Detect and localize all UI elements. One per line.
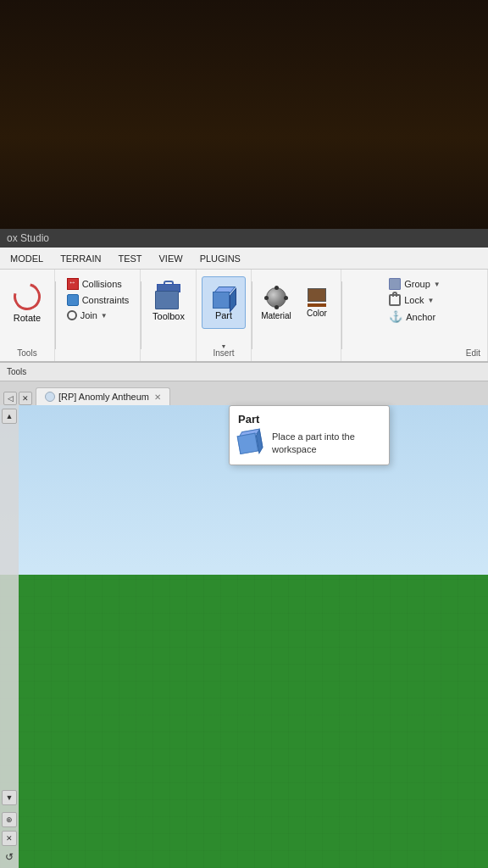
- group-button[interactable]: Group ▼: [384, 276, 446, 292]
- tooltip-popup: Part Place a part into the workspace: [229, 405, 390, 465]
- color-button[interactable]: Color: [298, 280, 336, 326]
- tooltip-cube-icon: [238, 431, 265, 458]
- menu-test[interactable]: TEST: [111, 251, 148, 266]
- toolbox-button[interactable]: Toolbox: [147, 276, 191, 329]
- menu-view[interactable]: VIEW: [152, 251, 190, 266]
- menu-terrain[interactable]: TERRAIN: [53, 251, 108, 266]
- ribbon-section-collisions: Collisions Constraints Join ▼: [56, 270, 141, 361]
- lock-icon: [389, 294, 401, 306]
- tools-label: Tools: [7, 367, 26, 376]
- group-caret: ▼: [434, 281, 441, 288]
- toolbox-icon: [155, 284, 182, 309]
- scroll-up-btn[interactable]: ▲: [2, 409, 17, 424]
- material-button[interactable]: Material: [258, 280, 295, 326]
- viewport: ▲ ▼ ⊕ ✕ ↺: [0, 405, 488, 868]
- top-dark-area: [0, 0, 488, 229]
- group-icon: [389, 278, 401, 290]
- anchor-icon: ⚓: [389, 310, 402, 323]
- material-btn-wrap: Material: [258, 276, 295, 326]
- ribbon-section-material: Material Color: [252, 270, 341, 361]
- tab-back-button[interactable]: ◁: [3, 392, 17, 405]
- ribbon-section-toolbox: Toolbox: [141, 270, 197, 361]
- left-ctrl-1[interactable]: ⊕: [2, 812, 17, 827]
- collisions-group: Collisions Constraints Join ▼: [64, 276, 133, 322]
- rotate-label: Rotate: [14, 313, 41, 323]
- ribbon-section-part: Part Insert ▼: [197, 270, 252, 361]
- tooltip-title: Part: [238, 413, 380, 426]
- menu-bar: MODEL TERRAIN TEST VIEW PLUGINS: [0, 248, 488, 270]
- group-label: Group: [404, 279, 430, 289]
- edit-section-label: Edit: [466, 348, 480, 358]
- left-ctrl-3[interactable]: ↺: [2, 849, 17, 865]
- left-panel-controls: ⊕ ✕ ↺: [2, 812, 17, 865]
- app-title: ox Studio: [7, 232, 49, 244]
- constraints-label: Constraints: [82, 295, 130, 305]
- tab-controls-left: ◁ ✕: [0, 392, 36, 405]
- menu-model[interactable]: MODEL: [3, 251, 50, 266]
- constraints-button[interactable]: Constraints: [64, 292, 133, 308]
- part-button[interactable]: Part: [202, 276, 246, 329]
- tooltip-cube-3d: [236, 429, 262, 454]
- left-ctrl-2[interactable]: ✕: [2, 831, 17, 846]
- menu-plugins[interactable]: PLUGINS: [193, 251, 247, 266]
- color-label: Color: [307, 309, 327, 318]
- tab-bar: ◁ ✕ [RP] Anomly Antheum ✕: [0, 381, 488, 405]
- ribbon-section-edit: Group ▼ Lock ▼ ⚓ Anchor Edit: [342, 270, 488, 361]
- rotate-button[interactable]: Rotate: [5, 276, 49, 329]
- title-bar: ox Studio: [0, 229, 488, 248]
- tooltip-content: Place a part into the workspace: [238, 431, 380, 458]
- side-scroll-panel: ▲ ▼ ⊕ ✕ ↺: [0, 405, 19, 868]
- tooltip-description: Place a part into the workspace: [272, 431, 380, 457]
- part-caret: ▼: [221, 343, 227, 349]
- tools-section-label: Tools: [0, 348, 54, 358]
- material-label: Material: [261, 311, 291, 320]
- join-caret: ▼: [101, 312, 108, 320]
- edit-group: Group ▼ Lock ▼ ⚓ Anchor: [384, 276, 446, 325]
- ribbon-section-rotate: Rotate Tools: [0, 270, 55, 361]
- ribbon: Rotate Tools Collisions Constraints Join…: [0, 270, 488, 363]
- join-button[interactable]: Join ▼: [64, 309, 133, 322]
- tab-anomly[interactable]: [RP] Anomly Antheum ✕: [36, 387, 170, 405]
- tab-anomly-close[interactable]: ✕: [154, 392, 161, 402]
- viewport-ground: [0, 575, 488, 868]
- material-icon: [264, 286, 288, 309]
- lock-label: Lock: [404, 295, 424, 305]
- join-icon: [67, 310, 77, 320]
- collisions-icon: [67, 278, 79, 290]
- anchor-label: Anchor: [406, 312, 435, 322]
- join-label: Join: [80, 310, 97, 320]
- toolbar-strip: Tools: [0, 363, 488, 381]
- lock-button[interactable]: Lock ▼: [384, 292, 446, 308]
- collisions-label: Collisions: [82, 279, 122, 289]
- tab-close-left[interactable]: ✕: [19, 392, 32, 405]
- collisions-button[interactable]: Collisions: [64, 276, 133, 292]
- part-icon: [211, 285, 236, 309]
- anchor-button[interactable]: ⚓ Anchor: [384, 309, 446, 325]
- insert-section-label: Insert: [197, 348, 251, 358]
- color-btn-wrap: Color: [298, 276, 336, 326]
- toolbox-label: Toolbox: [152, 311, 185, 321]
- tab-anomly-icon: [45, 392, 55, 402]
- constraints-icon: [67, 294, 79, 306]
- scroll-down-btn[interactable]: ▼: [2, 790, 17, 805]
- tab-anomly-label: [RP] Anomly Antheum: [58, 392, 149, 402]
- color-icon: [308, 288, 326, 307]
- lock-caret: ▼: [428, 297, 435, 304]
